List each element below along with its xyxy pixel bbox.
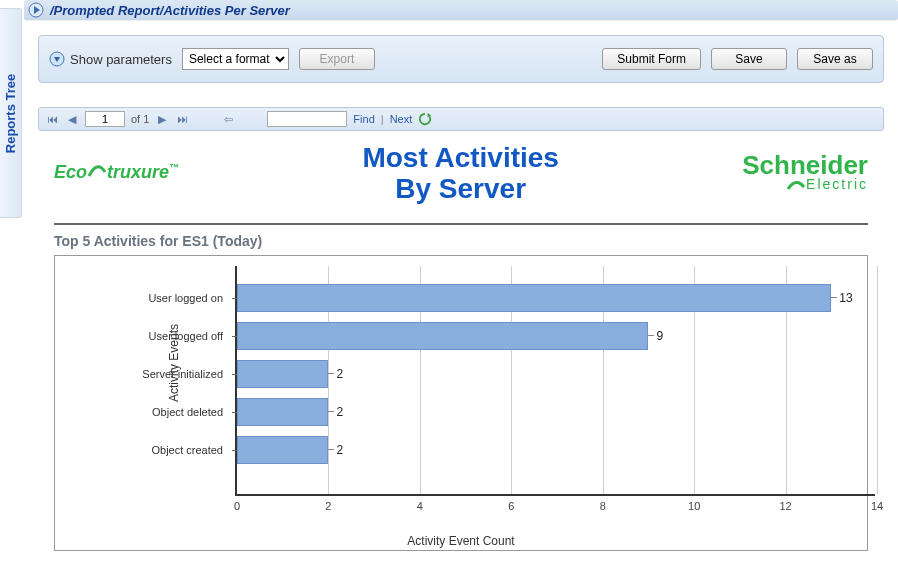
back-icon[interactable]: ⇦ — [221, 112, 235, 126]
play-circle-icon[interactable] — [28, 2, 44, 18]
bar-leader — [648, 335, 654, 336]
bar-row: 13 — [237, 284, 853, 312]
page-number-input[interactable] — [85, 111, 125, 127]
x-tick-label: 2 — [325, 500, 331, 512]
grid-line — [877, 266, 878, 494]
bar — [237, 360, 328, 388]
category-label: User logged on — [148, 292, 223, 304]
last-page-icon[interactable]: ⏭ — [175, 112, 189, 126]
prev-page-icon[interactable]: ◀ — [65, 112, 79, 126]
report-header: Ecotruxure™ Most Activities By Server Sc… — [54, 143, 868, 225]
next-link[interactable]: Next — [390, 113, 413, 125]
bar-value-label: 2 — [336, 405, 343, 419]
bar-leader — [831, 297, 837, 298]
report-title: Most Activities By Server — [362, 143, 559, 205]
bar-leader — [328, 449, 334, 450]
bar-leader — [328, 411, 334, 412]
category-label: User logged off — [149, 330, 223, 342]
bar-row: 2 — [237, 398, 343, 426]
category-label: Object deleted — [152, 406, 223, 418]
bar-value-label: 9 — [656, 329, 663, 343]
bar — [237, 398, 328, 426]
chart-container: Activity Events 02468101214139222 Activi… — [54, 255, 868, 551]
bar-value-label: 2 — [336, 367, 343, 381]
breadcrumb-bar: /Prompted Report/Activities Per Server — [24, 0, 898, 21]
bar — [237, 322, 648, 350]
x-tick-label: 14 — [871, 500, 883, 512]
x-tick-label: 10 — [688, 500, 700, 512]
save-button[interactable]: Save — [711, 48, 787, 70]
chart-title: Top 5 Activities for ES1 (Today) — [54, 233, 868, 249]
expand-circle-icon — [49, 51, 65, 67]
bar-row: 2 — [237, 436, 343, 464]
schneider-logo: Schneider Electric — [742, 155, 868, 193]
format-select[interactable]: Select a format — [182, 48, 289, 70]
bar — [237, 436, 328, 464]
next-page-icon[interactable]: ▶ — [155, 112, 169, 126]
bar-leader — [328, 373, 334, 374]
submit-form-button[interactable]: Submit Form — [602, 48, 701, 70]
find-input[interactable] — [267, 111, 347, 127]
sidebar-panel-handle[interactable]: Reports Tree — [0, 8, 22, 218]
page-total-label: of 1 — [131, 113, 149, 125]
show-parameters-toggle[interactable]: Show parameters — [49, 51, 172, 67]
x-tick-label: 12 — [779, 500, 791, 512]
ecostruxure-logo: Ecotruxure™ — [54, 162, 179, 185]
refresh-icon[interactable] — [418, 112, 432, 126]
report-nav-bar: ⏮ ◀ of 1 ▶ ⏭ ⇦ Find | Next — [38, 107, 884, 131]
bar-row: 2 — [237, 360, 343, 388]
x-tick-label: 6 — [508, 500, 514, 512]
x-axis-label: Activity Event Count — [55, 534, 867, 548]
plot-area: 02468101214139222 — [235, 266, 875, 496]
x-tick-label: 8 — [600, 500, 606, 512]
parameters-bar: Show parameters Select a format Export S… — [38, 35, 884, 83]
find-link[interactable]: Find — [353, 113, 374, 125]
x-tick-label: 4 — [417, 500, 423, 512]
bar-row: 9 — [237, 322, 663, 350]
bar-value-label: 13 — [839, 291, 852, 305]
x-tick-label: 0 — [234, 500, 240, 512]
breadcrumb: /Prompted Report/Activities Per Server — [50, 3, 290, 18]
save-as-button[interactable]: Save as — [797, 48, 873, 70]
category-label: Object created — [151, 444, 223, 456]
sidebar-label: Reports Tree — [3, 73, 18, 152]
export-button[interactable]: Export — [299, 48, 375, 70]
bar — [237, 284, 831, 312]
bar-value-label: 2 — [336, 443, 343, 457]
separator: | — [381, 113, 384, 125]
show-parameters-label: Show parameters — [70, 52, 172, 67]
first-page-icon[interactable]: ⏮ — [45, 112, 59, 126]
category-label: Server initialized — [142, 368, 223, 380]
chart-section: Top 5 Activities for ES1 (Today) Activit… — [54, 233, 868, 551]
